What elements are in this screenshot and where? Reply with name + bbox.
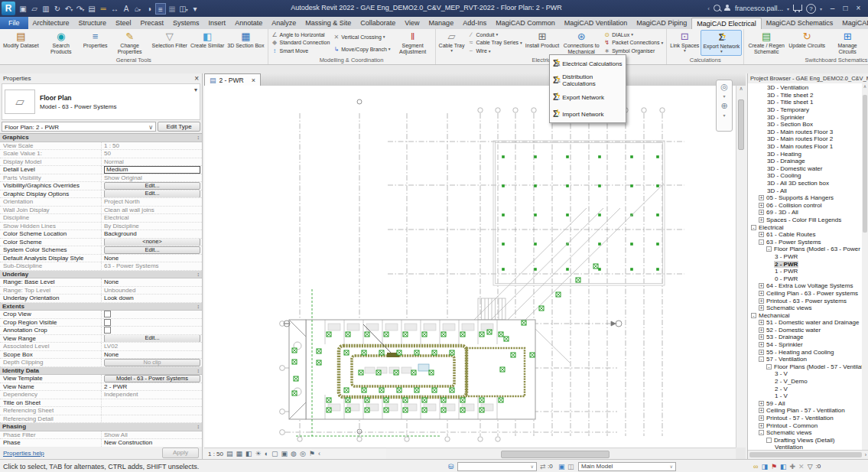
tree-item-3d-main-routes-floor-3[interactable]: 3D - Main routes Floor 3 (748, 129, 868, 136)
tree-item-mechanical[interactable]: -Mechanical (748, 311, 868, 319)
visual-style-icon[interactable]: ◧ (245, 450, 252, 457)
ribbon-button-install-product[interactable]: ⊞Install Product (524, 30, 561, 56)
ribbon-button-packet-connections[interactable]: ↯Packet Connections▾ (603, 39, 663, 47)
ribbon-button-update-circuits[interactable]: ↻Update Circuits (787, 30, 827, 56)
tree-item-57-ventilation[interactable]: -57 - Ventilation (748, 356, 868, 363)
default-3d-view-icon[interactable]: ⌂▾ (132, 3, 143, 15)
scrollbar-thumb[interactable] (749, 452, 862, 457)
chevron-left-icon[interactable]: ‹ (707, 5, 710, 12)
expand-icon[interactable]: + (759, 298, 764, 304)
apply-button[interactable]: Apply (162, 448, 199, 458)
ribbon-tab-structure[interactable]: Structure (74, 18, 112, 29)
tree-item-0-pwr[interactable]: 0 - PWR (748, 275, 868, 282)
active-workset-combo[interactable]: ∨ (457, 462, 537, 471)
sun-path-icon[interactable]: ☀ (255, 450, 262, 457)
checkbox[interactable] (104, 319, 111, 326)
tree-item-3d-title-sheet-1[interactable]: 3D - Title sheet 1 (748, 99, 868, 106)
element-selector[interactable]: Floor Plan: 2 - PWR ∨ (2, 122, 156, 132)
link-icon[interactable]: ◫ (567, 462, 574, 471)
menu-item-electrical-calculations[interactable]: Σϟ✎Electrical Calculations (550, 55, 626, 72)
temporary-hide-icon[interactable]: ◍ (291, 450, 297, 457)
ribbon-tab-steel[interactable]: Steel (111, 18, 136, 29)
property-button[interactable]: Edit... (104, 246, 200, 254)
ribbon-tab-analyze[interactable]: Analyze (267, 18, 301, 29)
expand-icon[interactable]: + (759, 350, 764, 355)
ribbon-button-segment-adjustment[interactable]: ‖Segment Adjustment (392, 30, 434, 56)
collapse-icon[interactable]: - (751, 225, 756, 230)
tree-item-51-domestic-water-and-drainage[interactable]: +51 - Domestic water and Drainage (748, 319, 868, 327)
tree-item-3-pwr[interactable]: 3 - PWR (748, 253, 868, 261)
measure-icon[interactable]: ═ (98, 3, 109, 15)
property-button[interactable]: Edit... (104, 182, 200, 190)
tree-item-1-v[interactable]: 1 - V (748, 392, 868, 400)
shadows-icon[interactable]: ◐ (265, 450, 268, 457)
close-icon[interactable]: × (252, 76, 255, 84)
tree-item-ventilation[interactable]: Ventilation (748, 444, 868, 450)
ribbon-tab-magicad-common[interactable]: MagiCAD Common (491, 18, 560, 29)
tree-item-3d-cooling[interactable]: 3D - Cooling (748, 172, 868, 180)
ribbon-tab-systems[interactable]: Systems (168, 18, 204, 29)
view-tab[interactable]: ▤ 2 - PWR × (204, 73, 261, 86)
tree-item-3d-domestic-water[interactable]: 3D - Domestic water (748, 165, 868, 173)
tree-item-3d-drainage[interactable]: 3D - Drainage (748, 158, 868, 165)
close-button[interactable]: × (852, 3, 865, 15)
tree-item-05-supports-hangers[interactable]: +05 - Supports & Hangers (748, 194, 868, 202)
ribbon-button-manage-circuits[interactable]: ⊞Manage Circuits (827, 30, 868, 56)
ribbon-button-dialux[interactable]: ⊙DIALux▾ (603, 31, 663, 38)
ribbon-tab-add-ins[interactable]: Add-Ins (458, 18, 491, 29)
collapse-icon[interactable]: - (759, 430, 764, 435)
view-group-icon[interactable] (766, 438, 772, 443)
section-header-graphics[interactable]: Graphics↕ (0, 134, 202, 142)
tree-item-06-collision-control[interactable]: +06 - Collision control (748, 202, 868, 210)
tree-item-3d-ventilation[interactable]: 3D - Ventilation (748, 84, 868, 92)
expand-icon[interactable]: + (759, 283, 764, 288)
ribbon-button-cable-tray[interactable]: ▱Cable Tray▾ (437, 30, 467, 56)
detail-level-icon[interactable]: ▦ (236, 450, 243, 457)
scrollbar-thumb[interactable] (501, 451, 610, 458)
tree-item-3d-all-3d-section-box[interactable]: 3D - All 3D section box (748, 180, 868, 187)
temporary-hide-isolate-icon[interactable]: ⚑ (771, 463, 777, 470)
expand-icon[interactable]: + (759, 320, 764, 325)
reveal-hidden-icon[interactable]: ◎ (300, 450, 306, 457)
tree-item-drafting-views-detail[interactable]: Drafting Views (Detail) (748, 437, 868, 444)
tree-item-1-pwr[interactable]: 1 - PWR (748, 268, 868, 275)
section-header-identity-data[interactable]: Identity Data↕ (0, 367, 202, 376)
chevron-down-icon[interactable]: ▾ (723, 112, 725, 118)
menu-item-import-network[interactable]: Σϟ←Import Network (550, 106, 626, 122)
tree-item-floor-plans-model-63-power-syst[interactable]: -Floor Plans (Model - 63 - Power Syst (748, 246, 868, 253)
tree-item-61-cable-routes[interactable]: +61 - Cable Routes (748, 231, 868, 239)
section-header-phasing[interactable]: Phasing↕ (0, 423, 202, 431)
expand-icon[interactable]: + (759, 401, 764, 406)
collapse-icon[interactable]: - (759, 239, 764, 245)
scroll-up-icon[interactable]: ∧ (736, 86, 746, 92)
editable-only-icon[interactable]: ∞ (753, 463, 758, 470)
tree-item-electrical[interactable]: -Electrical (748, 223, 868, 231)
scrollbar-thumb[interactable] (738, 99, 744, 150)
tree-item-printout-57-ventilation[interactable]: +Printout - 57 - Ventilation (748, 415, 868, 422)
worksets-icon[interactable]: ⛁ (448, 462, 454, 471)
tree-item-2-pwr[interactable]: 2 - PWR (748, 260, 868, 268)
expand-icon[interactable]: + (759, 342, 764, 347)
ribbon-button-vertical-crossing[interactable]: ✕Vertical Crossing▾ (333, 33, 390, 41)
editing-requests-icon[interactable]: ⇄ (540, 462, 546, 471)
property-button[interactable]: Edit... (104, 190, 200, 198)
tree-item-printout-common[interactable]: +Printout - Common (748, 422, 868, 429)
help-menu-caret[interactable]: ▾ (820, 6, 822, 11)
expand-icon[interactable]: + (759, 305, 764, 311)
tree-item-63-power-systems[interactable]: -63 - Power Systems (748, 238, 868, 246)
crop-view-icon[interactable]: ▢ (271, 450, 278, 457)
thin-lines-icon[interactable]: ≡ (155, 3, 166, 15)
type-selector[interactable]: ▱ Floor Plan Model - 63 - Power Systems … (2, 83, 200, 120)
ribbon-button-move-copy-branch[interactable]: ↳Move/Copy Branch▾ (333, 45, 390, 53)
tree-item-2-v-demo[interactable]: 2 - V_Demo (748, 378, 868, 386)
view-scale-button[interactable]: 1 : 50 (208, 451, 223, 457)
ribbon-button-standard-connection[interactable]: ◆Standard Connection (271, 39, 330, 47)
scrollbar-thumb[interactable] (863, 95, 867, 233)
ribbon-tab-magicad-schematics[interactable]: MagiCAD Schematics (762, 18, 838, 29)
tree-item-3d-title-sheet-2[interactable]: 3D - Title sheet 2 (748, 92, 868, 99)
tree-item-3d-temporary[interactable]: 3D - Temporary (748, 106, 868, 114)
ribbon-tab-manage[interactable]: Manage (424, 18, 459, 29)
show-crop-icon[interactable]: ▣ (281, 450, 288, 457)
expand-icon[interactable]: + (759, 195, 764, 200)
scale-icon[interactable]: ▤ (226, 450, 233, 457)
